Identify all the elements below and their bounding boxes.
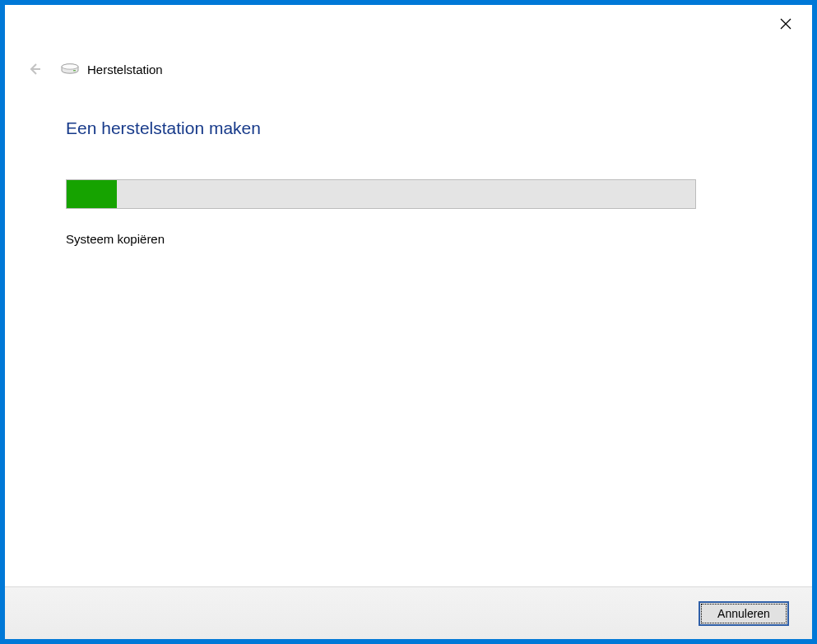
svg-rect-5	[73, 70, 76, 71]
drive-icon	[61, 63, 79, 75]
svg-point-4	[62, 64, 78, 69]
back-arrow-icon	[27, 62, 42, 76]
status-text: Systeem kopiëren	[66, 232, 754, 246]
app-title: Herstelstation	[87, 63, 163, 76]
close-icon	[780, 18, 791, 30]
progress-fill	[67, 180, 117, 208]
titlebar	[5, 5, 812, 41]
back-button	[23, 58, 46, 81]
content-area: Herstelstation Een herstelstation maken …	[5, 41, 812, 586]
wizard-window: Herstelstation Een herstelstation maken …	[5, 5, 812, 639]
page-heading: Een herstelstation maken	[66, 118, 754, 138]
cancel-button[interactable]: Annuleren	[699, 601, 789, 626]
main-body: Een herstelstation maken Systeem kopiëre…	[30, 81, 787, 246]
progress-bar	[66, 179, 696, 209]
app-icon-title: Herstelstation	[61, 63, 163, 76]
footer: Annuleren	[5, 586, 812, 639]
header-row: Herstelstation	[23, 58, 787, 81]
close-button[interactable]	[771, 12, 801, 36]
